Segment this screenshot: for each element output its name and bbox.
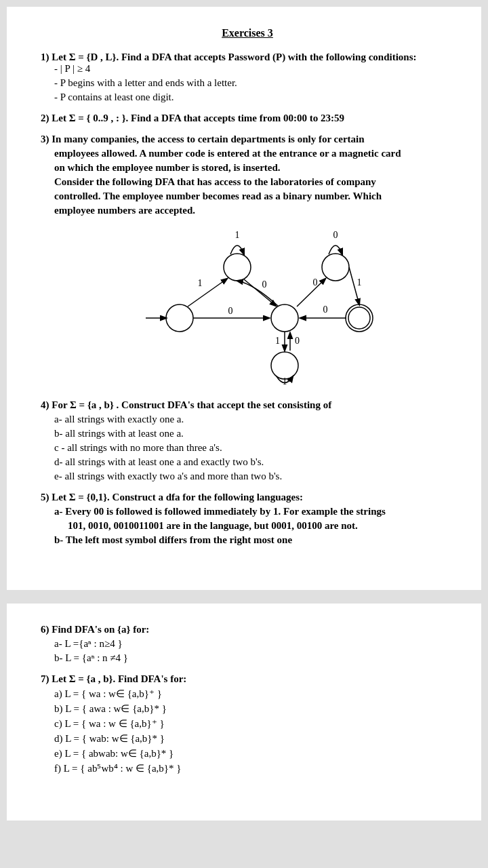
dfa-svg: 1 0 0 1 bbox=[119, 230, 376, 386]
p2-text: 2) Let Σ = { 0..9 , : }. Find a DFA that… bbox=[41, 113, 344, 123]
page-2: 6) Find DFA's on {a} for: a- L ={aⁿ : n≥… bbox=[7, 604, 481, 821]
svg-point-6 bbox=[271, 304, 298, 332]
svg-text:1: 1 bbox=[198, 278, 203, 288]
svg-point-7 bbox=[346, 304, 373, 332]
problem-5: 5) Let Σ = {0,1}. Construct a dfa for th… bbox=[41, 492, 454, 546]
svg-line-12 bbox=[188, 279, 227, 307]
page-title: Exercises 3 bbox=[41, 27, 454, 39]
svg-text:0: 0 bbox=[295, 336, 300, 346]
problem-1: 1) Let Σ = {D , L}. Find a DFA that acce… bbox=[41, 52, 454, 103]
problem-7: 7) Let Σ = {a , b}. Find DFA's for: a) L… bbox=[41, 673, 454, 774]
svg-text:0: 0 bbox=[323, 304, 328, 315]
svg-text:0: 0 bbox=[262, 279, 267, 290]
svg-text:0: 0 bbox=[313, 277, 318, 288]
svg-text:0: 0 bbox=[333, 230, 338, 240]
problem-2: 2) Let Σ = { 0..9 , : }. Find a DFA that… bbox=[41, 113, 454, 124]
dfa-diagram: 1 0 0 1 bbox=[41, 230, 454, 386]
svg-point-1 bbox=[166, 304, 193, 332]
p1-label: 1) Let Σ = {D , L}. Find a DFA that acce… bbox=[41, 52, 416, 62]
svg-point-8 bbox=[348, 307, 370, 329]
p1-bullets: - | P | ≥ 4 - P begins with a letter and… bbox=[54, 63, 454, 103]
problem-6: 6) Find DFA's on {a} for: a- L ={aⁿ : n≥… bbox=[41, 624, 454, 664]
svg-text:1: 1 bbox=[235, 230, 240, 240]
svg-line-14 bbox=[244, 279, 276, 306]
svg-text:0: 0 bbox=[228, 306, 233, 316]
page-1: Exercises 3 1) Let Σ = {D , L}. Find a D… bbox=[7, 7, 481, 590]
svg-line-16 bbox=[297, 279, 325, 307]
svg-point-4 bbox=[322, 254, 349, 281]
svg-text:1: 1 bbox=[357, 277, 362, 288]
svg-point-9 bbox=[271, 352, 298, 379]
problem-4: 4) For Σ = {a , b} . Construct DFA's tha… bbox=[41, 399, 454, 482]
svg-point-2 bbox=[224, 254, 251, 281]
problem-3: 3) In many companies, the access to cert… bbox=[41, 134, 454, 386]
svg-text:1: 1 bbox=[283, 376, 287, 386]
svg-text:1: 1 bbox=[275, 336, 280, 346]
